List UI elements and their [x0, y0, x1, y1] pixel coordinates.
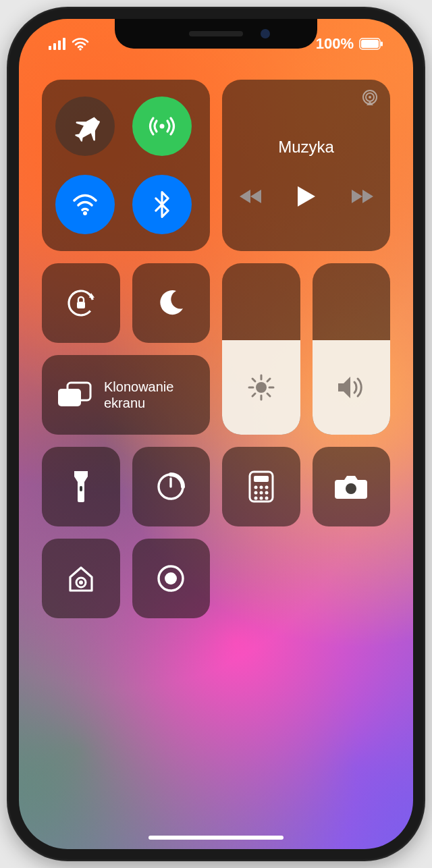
cellular-signal-icon: [49, 38, 66, 50]
svg-point-33: [254, 491, 257, 495]
screen-mirroring-label: Klonowanie ekranu: [104, 379, 173, 411]
previous-track-button[interactable]: [240, 188, 263, 205]
battery-icon: [359, 38, 383, 50]
svg-rect-2: [58, 40, 61, 50]
volume-slider[interactable]: [313, 263, 391, 435]
home-indicator[interactable]: [148, 836, 284, 840]
airplane-icon: [70, 111, 101, 142]
svg-point-39: [346, 483, 356, 494]
earpiece-speaker: [189, 31, 243, 36]
brightness-fill: [222, 340, 300, 435]
front-camera: [261, 29, 270, 38]
do-not-disturb-button[interactable]: [132, 263, 211, 343]
svg-point-4: [79, 48, 82, 51]
orientation-lock-button[interactable]: [42, 263, 120, 343]
airplane-mode-toggle[interactable]: [55, 97, 115, 156]
play-button[interactable]: [296, 185, 317, 208]
volume-icon: [335, 374, 367, 401]
home-icon: [65, 562, 97, 595]
flashlight-button[interactable]: [42, 447, 120, 526]
camera-button[interactable]: [313, 447, 391, 526]
wifi-status-icon: [72, 37, 89, 51]
screen-record-button[interactable]: [132, 539, 211, 618]
cellular-antenna-icon: [146, 110, 178, 142]
svg-point-34: [259, 491, 263, 495]
flashlight-icon: [72, 470, 90, 504]
screen-mirroring-icon: [57, 381, 92, 409]
orientation-lock-icon: [63, 286, 99, 321]
svg-point-41: [79, 580, 83, 585]
svg-point-32: [265, 486, 268, 489]
svg-point-43: [165, 572, 177, 585]
camera-icon: [333, 473, 369, 500]
svg-point-8: [159, 124, 164, 129]
svg-rect-3: [63, 38, 65, 50]
brightness-slider[interactable]: [222, 263, 300, 435]
svg-line-21: [267, 394, 270, 396]
calculator-button[interactable]: [222, 447, 300, 526]
battery-percentage: 100%: [316, 35, 354, 53]
airplay-icon[interactable]: [360, 89, 379, 108]
svg-rect-29: [254, 476, 269, 482]
control-center: Muzyka: [42, 80, 390, 618]
bluetooth-toggle[interactable]: [132, 175, 192, 234]
svg-line-23: [267, 379, 270, 381]
svg-point-12: [369, 96, 371, 99]
connectivity-panel[interactable]: [42, 80, 210, 251]
calculator-icon: [248, 470, 274, 503]
bluetooth-icon: [147, 190, 177, 219]
screen-mirroring-button[interactable]: Klonowanie ekranu: [42, 355, 210, 435]
svg-point-35: [265, 491, 268, 495]
svg-line-20: [252, 379, 255, 381]
volume-fill: [313, 340, 391, 435]
music-panel[interactable]: Muzyka: [222, 80, 390, 251]
music-controls: [240, 185, 373, 208]
svg-rect-7: [381, 42, 383, 47]
next-track-button[interactable]: [350, 188, 373, 205]
wifi-toggle[interactable]: [55, 175, 115, 234]
svg-rect-1: [53, 43, 56, 50]
svg-point-31: [259, 486, 263, 489]
svg-point-37: [259, 497, 263, 500]
timer-icon: [155, 470, 187, 503]
moon-icon: [156, 288, 186, 318]
svg-rect-24: [58, 389, 81, 406]
iphone-device-frame: 100%: [7, 7, 425, 861]
svg-point-38: [265, 497, 268, 500]
svg-point-36: [254, 497, 257, 500]
svg-rect-0: [49, 46, 51, 50]
svg-rect-14: [77, 302, 85, 308]
brightness-icon: [246, 373, 276, 402]
screen: 100%: [19, 19, 413, 849]
svg-rect-6: [361, 40, 379, 48]
notch: [115, 19, 317, 49]
timer-button[interactable]: [132, 447, 211, 526]
svg-point-9: [83, 211, 87, 215]
svg-rect-26: [80, 486, 82, 491]
svg-point-15: [256, 382, 267, 393]
music-title: Muzyka: [278, 138, 334, 157]
home-button[interactable]: [42, 539, 120, 618]
wifi-icon: [69, 188, 101, 221]
screen-record-icon: [155, 562, 187, 595]
svg-line-22: [252, 394, 255, 396]
svg-point-30: [254, 486, 257, 489]
cellular-data-toggle[interactable]: [132, 97, 192, 156]
